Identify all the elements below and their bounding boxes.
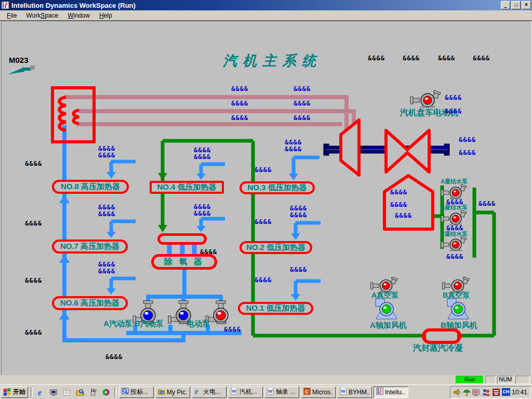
num-lock-indicator: NUM bbox=[497, 376, 514, 384]
condensate-pump-a[interactable] bbox=[441, 184, 467, 200]
lp-turbine[interactable] bbox=[386, 130, 429, 172]
back-arrow-icon[interactable] bbox=[8, 65, 35, 74]
tag-value: &&&& bbox=[438, 55, 455, 62]
tag-value: &&&& bbox=[446, 198, 463, 206]
network-monitor-icon[interactable] bbox=[472, 388, 481, 396]
taskbar-separator bbox=[114, 387, 116, 397]
quicklaunch-pens-icon[interactable] bbox=[87, 387, 99, 398]
hp-turbine[interactable] bbox=[341, 120, 359, 175]
antivirus-umbrella-icon[interactable] bbox=[463, 388, 471, 396]
taskbar-task[interactable]: e火电... bbox=[192, 387, 227, 398]
tag-value: &&&& bbox=[255, 218, 272, 225]
tag-value: &&&& bbox=[98, 268, 115, 275]
heater-no6-hp[interactable]: NO.6 高压加热器 bbox=[52, 296, 128, 310]
equipment-label: 汽封蒸汽冷凝 bbox=[413, 343, 463, 353]
heater-no3-lp[interactable]: NO.3 低压加热器 bbox=[240, 181, 315, 194]
drawing-number: M023 bbox=[9, 56, 29, 64]
heater-no2-lp[interactable]: NO.2 低压加热器 bbox=[240, 241, 312, 254]
taskbar-task[interactable]: W汽机... bbox=[228, 387, 263, 398]
menu-window[interactable]: Window bbox=[63, 11, 95, 20]
page-title: 汽机主系统 bbox=[223, 51, 322, 70]
volume-icon[interactable] bbox=[454, 388, 461, 396]
task-icon: C bbox=[303, 388, 311, 396]
quicklaunch-desktop-icon[interactable] bbox=[48, 387, 60, 398]
menu-help[interactable]: Help bbox=[95, 11, 117, 20]
task-label: My Pic... bbox=[167, 389, 188, 396]
condensate-pump-b[interactable] bbox=[441, 210, 467, 225]
equipment-label: A轴加风机 bbox=[370, 321, 407, 330]
hmi-mimic-canvas: M023 汽机主系统 除 氧 器 NO.8 高压加热器NO.7 高压加热器NO.… bbox=[1, 21, 532, 376]
language-indicator[interactable]: CH bbox=[502, 388, 510, 396]
task-icon: W bbox=[340, 388, 347, 396]
taskbar-task[interactable]: 投标... bbox=[119, 387, 154, 398]
deaerator-tank[interactable] bbox=[157, 233, 207, 245]
taskbar-task[interactable]: My Pic... bbox=[155, 387, 190, 398]
minimize-button[interactable]: _ bbox=[501, 1, 510, 9]
condensate-pump-c[interactable] bbox=[441, 236, 467, 251]
turning-gear-motor-pump[interactable] bbox=[410, 90, 441, 108]
tag-value: &&&& bbox=[446, 253, 463, 260]
task-icon bbox=[376, 388, 383, 396]
menu-workspace[interactable]: WorkSpace bbox=[21, 11, 63, 20]
quicklaunch-ie-icon[interactable]: e bbox=[35, 387, 47, 398]
taskbar-task[interactable]: WBYHM... bbox=[337, 387, 372, 398]
deaerator-risers bbox=[169, 244, 194, 255]
taskbar-task[interactable]: W轴承 ... bbox=[264, 387, 299, 398]
tag-value: &&&& bbox=[25, 329, 42, 336]
run-mode-indicator: Run bbox=[456, 376, 484, 384]
close-button[interactable]: × bbox=[522, 1, 531, 9]
equipment-label: 电动泵 bbox=[187, 320, 210, 328]
tag-value: &&&& bbox=[98, 152, 115, 159]
users-icon[interactable] bbox=[482, 388, 490, 396]
vacuum-pump-b[interactable] bbox=[442, 277, 469, 293]
menu-file[interactable]: File bbox=[2, 11, 21, 20]
clock[interactable]: 10:41 bbox=[512, 389, 527, 396]
tag-value: &&&& bbox=[255, 276, 272, 284]
shaft-fan-b[interactable] bbox=[447, 299, 469, 319]
gland-steam-condenser[interactable] bbox=[423, 330, 460, 342]
boiler-coil-2 bbox=[74, 110, 79, 124]
tag-value: &&&& bbox=[231, 100, 248, 107]
tag-value: &&&& bbox=[390, 189, 407, 196]
heater-no7-hp[interactable]: NO.7 高压加热器 bbox=[52, 240, 128, 254]
task-label: BYHM... bbox=[349, 389, 369, 396]
taskbar-task[interactable]: CMicros... bbox=[301, 387, 336, 398]
system-tray: CH 10:41 bbox=[450, 386, 531, 398]
ime-tool-icon[interactable] bbox=[492, 388, 500, 396]
title-bar: Intellution Dynamics WorkSpace (Run) _ ❏… bbox=[0, 0, 532, 10]
start-button[interactable]: 开始 bbox=[1, 387, 28, 398]
deaerator[interactable]: 除 氧 器 bbox=[151, 254, 217, 270]
tag-value: &&&& bbox=[231, 85, 248, 92]
tag-value: &&&& bbox=[194, 203, 211, 210]
task-icon bbox=[122, 388, 129, 396]
restore-button[interactable]: ❏ bbox=[511, 1, 521, 9]
task-icon: e bbox=[194, 388, 202, 396]
equipment-label: B汽动泵 bbox=[135, 320, 164, 328]
windows-logo-icon bbox=[4, 388, 10, 396]
task-label: 投标... bbox=[130, 388, 148, 396]
heater-no4-lp[interactable]: NO.4 低压加热器 bbox=[150, 181, 224, 194]
tag-value: &&&& bbox=[294, 100, 311, 107]
task-icon: W bbox=[267, 388, 274, 396]
shaft-fan-a[interactable] bbox=[376, 299, 397, 319]
heater-no1-lp[interactable]: NO.1 低压加热器 bbox=[238, 302, 313, 315]
statusbar-pane bbox=[485, 376, 496, 384]
task-label: Micros... bbox=[312, 389, 333, 396]
tag-value: &&&& bbox=[25, 160, 42, 167]
tag-value: &&&& bbox=[290, 211, 307, 219]
tag-value: &&&& bbox=[445, 94, 462, 101]
svg-text:e: e bbox=[195, 388, 198, 395]
window-title: Intellution Dynamics WorkSpace (Run) bbox=[11, 2, 500, 9]
quicklaunch-mail-icon[interactable] bbox=[61, 387, 73, 398]
status-bar: Run NUM bbox=[0, 375, 532, 384]
heater-no8-hp[interactable]: NO.8 高压加热器 bbox=[52, 180, 129, 194]
quicklaunch-search-icon[interactable] bbox=[74, 387, 86, 398]
tag-value: &&&& bbox=[25, 277, 42, 284]
quicklaunch-media-icon[interactable] bbox=[100, 387, 112, 398]
taskbar-task[interactable]: Intellu... bbox=[374, 387, 408, 398]
equipment-label: B轴加风机 bbox=[441, 321, 477, 330]
vacuum-pump-a[interactable] bbox=[370, 277, 397, 293]
tag-value: &&&& bbox=[478, 200, 496, 207]
tag-value: &&&& bbox=[25, 220, 42, 227]
tag-value: &&&& bbox=[194, 210, 211, 217]
